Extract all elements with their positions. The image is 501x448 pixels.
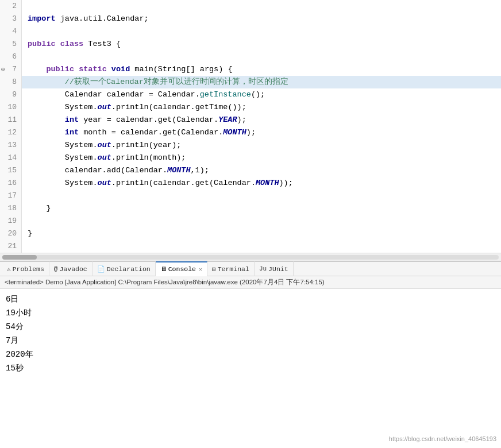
line-number-14: 14 bbox=[0, 152, 22, 164]
code-line-7: 7 public static void main(String[] args)… bbox=[0, 63, 501, 76]
line-content-10: System.out.println(calendar.getTime()); bbox=[22, 101, 501, 114]
tab-declaration[interactable]: 📄Declaration bbox=[93, 261, 156, 276]
code-line-9: 9 Calendar calendar = Calendar.getInstan… bbox=[0, 88, 501, 101]
scroll-track[interactable] bbox=[2, 255, 499, 260]
line-content-18: } bbox=[22, 202, 501, 215]
line-content-14: System.out.println(month); bbox=[22, 152, 501, 164]
line-content-8: //获取一个Calendar对象并可以进行时间的计算，时区的指定 bbox=[22, 76, 501, 88]
code-line-10: 10 System.out.println(calendar.getTime()… bbox=[0, 101, 501, 114]
tab-icon-declaration: 📄 bbox=[97, 265, 105, 273]
tab-icon-console: 🖥 bbox=[160, 265, 167, 273]
code-line-17: 17 bbox=[0, 190, 501, 202]
line-number-19: 19 bbox=[0, 215, 22, 227]
line-number-17: 17 bbox=[0, 190, 22, 202]
code-line-19: 19 bbox=[0, 215, 501, 227]
tab-close-console[interactable]: ✕ bbox=[199, 266, 202, 273]
line-number-13: 13 bbox=[0, 139, 22, 152]
tab-label-declaration: Declaration bbox=[107, 265, 151, 273]
tab-icon-terminal: ⊞ bbox=[212, 265, 216, 273]
tab-junit[interactable]: JuJUnit bbox=[255, 261, 294, 276]
code-line-15: 15 calendar.add(Calendar.MONTH,1); bbox=[0, 164, 501, 177]
line-number-16: 16 bbox=[0, 177, 22, 190]
line-number-21: 21 bbox=[0, 240, 22, 253]
line-number-18: 18 bbox=[0, 202, 22, 215]
code-line-14: 14 System.out.println(month); bbox=[0, 152, 501, 164]
tab-label-junit: JUnit bbox=[268, 265, 288, 273]
line-number-2: 2 bbox=[0, 0, 22, 13]
tab-javadoc[interactable]: @Javadoc bbox=[49, 261, 93, 276]
code-line-2: 2 bbox=[0, 0, 501, 13]
code-line-5: 5public class Test3 { bbox=[0, 38, 501, 51]
line-content-15: calendar.add(Calendar.MONTH,1); bbox=[22, 164, 501, 177]
line-content-20: } bbox=[22, 227, 501, 240]
scroll-thumb[interactable] bbox=[2, 255, 37, 260]
tab-console[interactable]: 🖥Console✕ bbox=[156, 261, 207, 276]
line-content-3: import java.util.Calendar; bbox=[22, 13, 501, 25]
console-line: 54分 bbox=[6, 320, 495, 334]
line-number-6: 6 bbox=[0, 51, 22, 63]
tab-label-problems: Problems bbox=[13, 265, 44, 273]
line-content-13: System.out.println(year); bbox=[22, 139, 501, 152]
code-editor[interactable]: 23import java.util.Calendar;45public cla… bbox=[0, 0, 501, 261]
line-content-4 bbox=[22, 25, 501, 38]
line-content-21 bbox=[22, 240, 501, 253]
console-line: 19小时 bbox=[6, 306, 495, 320]
line-number-3: 3 bbox=[0, 13, 22, 25]
tab-label-console: Console bbox=[168, 265, 196, 273]
watermark: https://blog.csdn.net/weixin_40645193 bbox=[389, 432, 496, 446]
code-line-20: 20} bbox=[0, 227, 501, 240]
code-line-3: 3import java.util.Calendar; bbox=[0, 13, 501, 25]
line-content-16: System.out.println(calendar.get(Calendar… bbox=[22, 177, 501, 190]
line-content-5: public class Test3 { bbox=[22, 38, 501, 51]
line-number-8: 8 bbox=[0, 76, 22, 88]
code-line-13: 13 System.out.println(year); bbox=[0, 139, 501, 152]
line-number-15: 15 bbox=[0, 164, 22, 177]
line-number-11: 11 bbox=[0, 114, 22, 126]
console-line: 6日 bbox=[6, 292, 495, 306]
code-lines: 23import java.util.Calendar;45public cla… bbox=[0, 0, 501, 253]
tab-label-terminal: Terminal bbox=[218, 265, 249, 273]
horizontal-scrollbar[interactable] bbox=[0, 253, 501, 261]
tab-terminal[interactable]: ⊞Terminal bbox=[207, 261, 255, 276]
code-line-21: 21 bbox=[0, 240, 501, 253]
tab-icon-problems: ⚠ bbox=[7, 265, 11, 273]
line-number-12: 12 bbox=[0, 126, 22, 139]
bottom-tab-bar: ⚠Problems@Javadoc📄Declaration🖥Console✕⊞T… bbox=[0, 261, 501, 276]
code-line-16: 16 System.out.println(calendar.get(Calen… bbox=[0, 177, 501, 190]
line-content-6 bbox=[22, 51, 501, 63]
line-number-10: 10 bbox=[0, 101, 22, 114]
tab-label-javadoc: Javadoc bbox=[59, 265, 87, 273]
line-number-9: 9 bbox=[0, 88, 22, 101]
console-line: 2020年 bbox=[6, 347, 495, 361]
code-line-18: 18 } bbox=[0, 202, 501, 215]
console-output: 6日19小时54分7月2020年15秒https://blog.csdn.net… bbox=[0, 289, 501, 448]
line-number-4: 4 bbox=[0, 25, 22, 38]
console-header: <terminated> Demo [Java Application] C:\… bbox=[0, 276, 501, 289]
line-number-5: 5 bbox=[0, 38, 22, 51]
console-area: <terminated> Demo [Java Application] C:\… bbox=[0, 276, 501, 448]
code-line-12: 12 int month = calendar.get(Calendar.MON… bbox=[0, 126, 501, 139]
line-content-9: Calendar calendar = Calendar.getInstance… bbox=[22, 88, 501, 101]
line-number-7: 7 bbox=[0, 63, 22, 76]
code-line-6: 6 bbox=[0, 51, 501, 63]
tab-icon-junit: Ju bbox=[259, 265, 267, 272]
line-content-12: int month = calendar.get(Calendar.MONTH)… bbox=[22, 126, 501, 139]
line-content-2 bbox=[22, 0, 501, 13]
tab-problems[interactable]: ⚠Problems bbox=[2, 261, 49, 276]
line-content-17 bbox=[22, 190, 501, 202]
line-number-20: 20 bbox=[0, 227, 22, 240]
tab-icon-javadoc: @ bbox=[54, 265, 58, 272]
code-line-11: 11 int year = calendar.get(Calendar.YEAR… bbox=[0, 114, 501, 126]
line-content-11: int year = calendar.get(Calendar.YEAR); bbox=[22, 114, 501, 126]
line-content-19 bbox=[22, 215, 501, 227]
code-line-4: 4 bbox=[0, 25, 501, 38]
code-line-8: 8 //获取一个Calendar对象并可以进行时间的计算，时区的指定 bbox=[0, 76, 501, 88]
console-line: 15秒 bbox=[6, 361, 495, 375]
line-content-7: public static void main(String[] args) { bbox=[22, 63, 501, 76]
console-line: 7月 bbox=[6, 334, 495, 347]
